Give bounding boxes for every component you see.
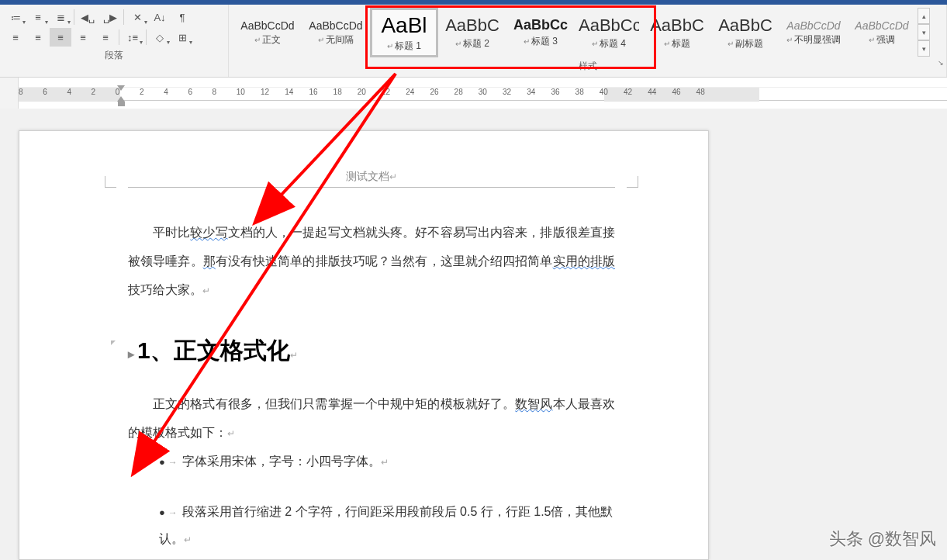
distributed-button[interactable]: ≡ — [95, 28, 116, 47]
style-preview: AaBbCcDd — [852, 19, 912, 32]
style-preview: AaBl — [375, 13, 433, 38]
ruler-tick: 10 — [237, 88, 245, 96]
paragraph-2[interactable]: 正文的格式有很多，但我们只需掌握一个中规中矩的模板就好了。数智风本人最喜欢的模板… — [128, 390, 615, 448]
decrease-indent-button[interactable]: ◀␣ — [77, 8, 99, 26]
align-left-button[interactable]: ≡ — [5, 28, 26, 47]
ruler-tick: 20 — [358, 88, 366, 96]
style-label: ↵标题 3 — [524, 35, 558, 48]
ruler-tick: 30 — [479, 88, 487, 96]
style-preview: AaBbC — [647, 16, 707, 36]
paragraph-group-label: 段落 — [5, 47, 223, 62]
gallery-scroll-up-icon[interactable]: ▴ — [918, 8, 930, 24]
style-preview: AaBbC — [715, 16, 776, 36]
left-indent-marker[interactable] — [118, 102, 125, 106]
align-center-button[interactable]: ≡ — [27, 28, 49, 47]
style-label: ↵正文 — [254, 33, 281, 47]
style-item-6[interactable]: AaBbC↵标题 — [643, 8, 711, 57]
ruler-tick: 18 — [334, 88, 342, 96]
style-item-1[interactable]: AaBbCcDd↵无间隔 — [302, 8, 370, 57]
style-preview: AaBbCc — [579, 16, 639, 36]
ruler-tick: 2 — [92, 88, 96, 96]
sort-button[interactable]: A↓ — [149, 8, 171, 26]
page-header: 测试文档↵ — [128, 170, 615, 188]
ruler-tick: 48 — [696, 88, 705, 96]
style-label: ↵标题 4 — [592, 37, 626, 50]
ruler-tick: 14 — [285, 88, 293, 96]
ruler-tick: 22 — [382, 88, 390, 96]
horizontal-ruler[interactable]: 8642024681012141618202224262830323436384… — [19, 87, 947, 101]
bullet-2[interactable]: ●→段落采用首行缩进 2 个字符，行间距采用段前段后 0.5 行，行距 1.5倍… — [159, 498, 615, 552]
increase-indent-button[interactable]: ␣▶ — [99, 8, 121, 26]
ruler-tick: 6 — [43, 88, 47, 96]
ribbon: ≔ ≡ ≣ ◀␣ ␣▶ ✕ A↓ ¶ ≡ ≡ ≡ ≡ ≡ ↕≡ ◇ — [0, 5, 947, 78]
style-preview: AaBbCc — [510, 17, 571, 33]
style-item-9[interactable]: AaBbCcDd↵强调 — [848, 8, 916, 57]
style-preview: AaBbCcDd — [783, 19, 844, 32]
style-item-7[interactable]: AaBbC↵副标题 — [711, 8, 779, 57]
styles-gallery[interactable]: AaBbCcDd↵正文AaBbCcDd↵无间隔AaBl↵标题 1AaBbC↵标题… — [233, 8, 916, 57]
ruler-tick: 6 — [188, 88, 192, 96]
style-item-5[interactable]: AaBbCc↵标题 4 — [575, 8, 643, 57]
justify-button[interactable]: ≡ — [72, 28, 94, 47]
style-label: ↵强调 — [869, 33, 895, 47]
ruler-area: 8642024681012141618202224262830323436384… — [0, 78, 947, 109]
page-header-text: 测试文档 — [346, 170, 389, 182]
ruler-tick: 34 — [527, 88, 535, 96]
ruler-tick: 40 — [600, 88, 608, 96]
style-preview: AaBbCcDd — [306, 19, 366, 32]
hanging-indent-marker[interactable] — [117, 96, 125, 102]
ruler-tick: 16 — [309, 88, 317, 96]
gallery-scroll[interactable]: ▴ ▾ ▾ — [918, 8, 930, 57]
style-label: ↵标题 — [664, 37, 690, 50]
watermark: 头条 @数智风 — [829, 527, 936, 551]
ruler-tick: 2 — [140, 88, 144, 96]
first-line-indent-marker[interactable] — [117, 85, 125, 91]
style-label: ↵不明显强调 — [786, 33, 841, 47]
ruler-tick: 8 — [213, 88, 217, 96]
ruler-tick: 24 — [406, 88, 414, 96]
show-hide-button[interactable]: ¶ — [171, 8, 193, 26]
ruler-tick: 32 — [503, 88, 511, 96]
ruler-tick: 44 — [648, 88, 656, 96]
ruler-tick: 42 — [624, 88, 632, 96]
styles-group: AaBbCcDd↵正文AaBbCcDd↵无间隔AaBl↵标题 1AaBbC↵标题… — [229, 5, 947, 77]
document-page[interactable]: 测试文档↵ 平时比较少写文档的人，一提起写文档就头疼。好不容易写出内容来，排版很… — [19, 130, 709, 560]
gallery-scroll-down-icon[interactable]: ▾ — [918, 24, 930, 40]
line-spacing-button[interactable]: ↕≡ — [122, 28, 143, 47]
ruler-tick: 46 — [672, 88, 680, 96]
ruler-tick: 12 — [261, 88, 269, 96]
style-label: ↵标题 2 — [455, 37, 489, 50]
ruler-tick: 38 — [575, 88, 584, 96]
ruler-tick: 4 — [67, 88, 71, 96]
multilevel-list-button[interactable]: ≣ — [50, 8, 71, 26]
style-label: ↵副标题 — [728, 37, 763, 50]
style-preview: AaBbCcDd — [237, 19, 298, 32]
corner-marker — [111, 340, 116, 345]
align-right-button[interactable]: ≡ — [50, 28, 71, 47]
gallery-expand-icon[interactable]: ▾ — [918, 40, 930, 57]
ruler-tick: 36 — [551, 88, 559, 96]
style-item-0[interactable]: AaBbCcDd↵正文 — [233, 8, 302, 57]
paragraph-group: ≔ ≡ ≣ ◀␣ ␣▶ ✕ A↓ ¶ ≡ ≡ ≡ ≡ ≡ ↕≡ ◇ — [0, 5, 229, 77]
borders-button[interactable]: ⊞ — [171, 28, 193, 47]
style-label: ↵标题 1 — [387, 40, 421, 53]
ruler-tick: 28 — [454, 88, 463, 96]
heading-1[interactable]: ▸1、正文格式化↵ — [128, 335, 615, 367]
paragraph-1[interactable]: 平时比较少写文档的人，一提起写文档就头疼。好不容易写出内容来，排版很差直接被领导… — [128, 219, 615, 304]
shading-button[interactable]: ◇ — [149, 28, 171, 47]
asian-layout-button[interactable]: ✕ — [126, 8, 148, 26]
style-preview: AaBbC — [442, 16, 503, 36]
style-label: ↵无间隔 — [318, 33, 354, 47]
style-item-4[interactable]: AaBbCc↵标题 3 — [506, 8, 575, 57]
bullet-1[interactable]: ●→字体采用宋体，字号：小四号字体。↵ — [159, 448, 615, 475]
numbering-button[interactable]: ≡ — [27, 8, 49, 26]
ruler-tick: 26 — [430, 88, 438, 96]
style-item-8[interactable]: AaBbCcDd↵不明显强调 — [779, 8, 848, 57]
style-item-2[interactable]: AaBl↵标题 1 — [370, 8, 438, 57]
bullets-button[interactable]: ≔ — [5, 8, 26, 26]
styles-group-label: 样式 — [233, 57, 942, 73]
ruler-tick: 4 — [164, 88, 168, 96]
ruler-tick: 8 — [19, 88, 23, 96]
style-item-3[interactable]: AaBbC↵标题 2 — [438, 8, 506, 57]
